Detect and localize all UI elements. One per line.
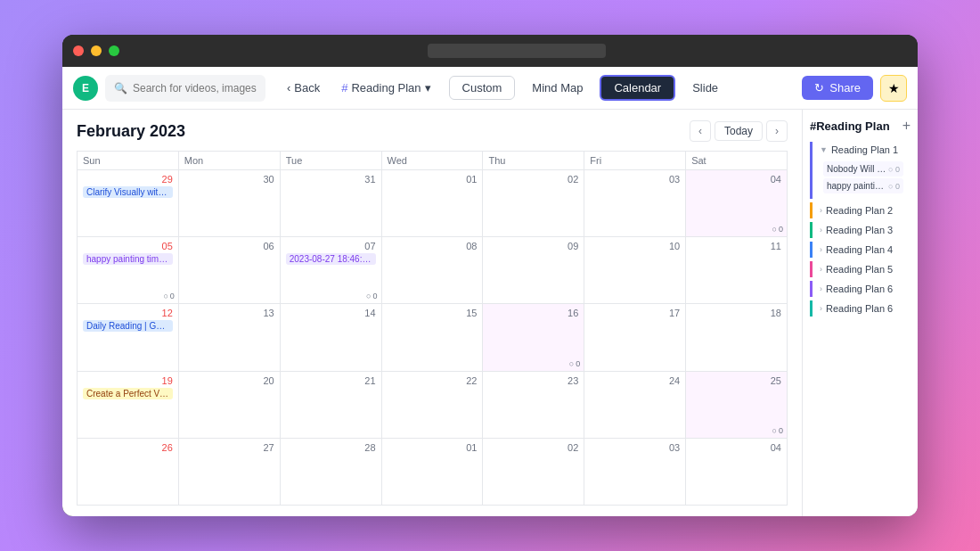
day-cell[interactable]: 09 — [483, 237, 584, 303]
dropdown-icon: ▾ — [425, 81, 431, 95]
plan-sub-item[interactable]: Nobody Will Ever For... ○ 0 — [823, 161, 903, 177]
plan-name: Reading Plan 2 — [826, 205, 907, 216]
minimize-dot[interactable] — [91, 45, 102, 56]
day-cell[interactable]: 04 ○0 — [686, 170, 788, 236]
day-cell[interactable]: 21 — [281, 372, 382, 438]
plan-header[interactable]: › Reading Plan 6 — [816, 300, 911, 317]
task-counter: ○0 — [163, 292, 174, 300]
plan-section: › Reading Plan 2 — [810, 202, 911, 218]
week-row: 19 Create a Perfect Video 20 21 22 — [78, 372, 788, 439]
day-cell[interactable]: 16 ○0 — [483, 304, 584, 370]
day-cell[interactable]: 28 — [281, 439, 382, 505]
fullscreen-dot[interactable] — [109, 45, 119, 56]
day-cell[interactable]: 22 — [382, 372, 484, 438]
day-cell[interactable]: 25 ○0 — [686, 372, 788, 438]
main-content: E 🔍 ‹ Back # Reading Plan ▾ — [62, 67, 918, 516]
plan-header[interactable]: › Reading Plan 4 — [816, 242, 911, 258]
search-input[interactable] — [133, 82, 257, 95]
event-item[interactable]: 2023-08-27 18:46:24 | Gemoo Audio — [286, 253, 376, 265]
day-number: 02 — [488, 442, 578, 453]
event-item[interactable]: Clarify Visually with Gemoo — [83, 186, 173, 198]
day-cell[interactable]: 29 Clarify Visually with Gemoo — [78, 170, 179, 236]
day-cell[interactable]: 23 — [483, 372, 584, 438]
expand-arrow-icon: › — [820, 245, 822, 254]
task-counter: ○0 — [772, 225, 783, 234]
nav-buttons: ‹ Back # Reading Plan ▾ — [280, 78, 438, 98]
day-header-tue: Tue — [281, 152, 382, 170]
plan-section: › Reading Plan 5 — [810, 261, 911, 277]
tab-slide[interactable]: Slide — [679, 76, 731, 100]
day-number: 13 — [184, 308, 274, 318]
avatar[interactable]: E — [73, 76, 98, 101]
day-cell[interactable]: 08 — [382, 237, 484, 303]
day-cell[interactable]: 20 — [179, 372, 281, 438]
event-item[interactable]: Create a Perfect Video — [83, 388, 173, 399]
day-cell[interactable]: 12 Daily Reading | Gemoo Image — [78, 304, 179, 370]
week-row: 26 27 28 01 02 — [78, 439, 788, 506]
day-cell[interactable]: 30 — [179, 170, 281, 236]
add-plan-button[interactable]: + — [902, 119, 911, 133]
day-number: 22 — [388, 375, 478, 386]
day-number: 04 — [691, 442, 781, 453]
day-cell[interactable]: 10 — [584, 237, 686, 303]
day-cell[interactable]: 27 — [179, 439, 281, 505]
day-cell[interactable]: 03 — [584, 170, 686, 236]
day-cell[interactable]: 19 Create a Perfect Video — [78, 372, 179, 438]
day-cell[interactable]: 31 — [281, 170, 382, 236]
expand-arrow-icon: › — [820, 206, 822, 215]
plan-name: Reading Plan 6 — [826, 303, 907, 314]
tab-custom[interactable]: Custom — [449, 76, 516, 100]
event-item[interactable]: happy painting time | Gemoo Image — [83, 253, 173, 265]
day-cell[interactable]: 04 — [686, 439, 788, 505]
hashtag-icon: # — [341, 81, 347, 95]
tab-mindmap[interactable]: Mind Map — [519, 76, 596, 100]
plan-header[interactable]: › Reading Plan 5 — [816, 261, 911, 277]
reading-plan-button[interactable]: # Reading Plan ▾ — [334, 78, 437, 98]
toolbar: E 🔍 ‹ Back # Reading Plan ▾ — [62, 67, 918, 110]
expand-arrow-icon: ▼ — [820, 145, 828, 154]
day-header-mon: Mon — [179, 152, 281, 170]
sub-item-count: ○ 0 — [888, 182, 900, 191]
day-cell[interactable]: 02 — [483, 170, 584, 236]
day-cell[interactable]: 14 — [281, 304, 382, 370]
plan-header[interactable]: › Reading Plan 3 — [816, 222, 911, 238]
day-number: 29 — [83, 174, 173, 185]
day-cell[interactable]: 11 — [686, 237, 788, 303]
day-number: 03 — [590, 174, 680, 185]
day-cell[interactable]: 24 — [584, 372, 686, 438]
plan-name: Reading Plan 4 — [826, 244, 907, 255]
day-cell[interactable]: 01 — [382, 170, 484, 236]
day-number: 12 — [83, 308, 173, 318]
day-cell[interactable]: 07 2023-08-27 18:46:24 | Gemoo Audio ○0 — [281, 237, 382, 303]
prev-month-button[interactable]: ‹ — [690, 120, 711, 142]
expand-arrow-icon: › — [820, 304, 822, 313]
next-month-button[interactable]: › — [766, 120, 788, 142]
day-cell[interactable]: 02 — [483, 439, 584, 505]
plan-name: Reading Plan 3 — [826, 225, 907, 235]
day-number: 26 — [83, 442, 173, 453]
day-cell[interactable]: 15 — [382, 304, 484, 370]
plan-header[interactable]: ▼ Reading Plan 1 — [816, 142, 911, 158]
plan-sub-item[interactable]: happy painting time ... ○ 0 — [823, 178, 903, 193]
day-cell[interactable]: 03 — [584, 439, 686, 505]
sub-item-text: Nobody Will Ever For... — [827, 164, 888, 174]
day-cell[interactable]: 18 — [686, 304, 788, 370]
plan-header[interactable]: › Reading Plan 2 — [816, 202, 911, 218]
day-number: 14 — [286, 308, 376, 318]
day-cell[interactable]: 17 — [584, 304, 686, 370]
day-cell[interactable]: 06 — [179, 237, 281, 303]
day-cell[interactable]: 26 — [78, 439, 179, 505]
share-button[interactable]: ↻ Share — [802, 76, 873, 100]
day-cell[interactable]: 01 — [382, 439, 484, 505]
star-button[interactable]: ★ — [880, 75, 907, 102]
day-cell[interactable]: 05 happy painting time | Gemoo Image ○0 — [78, 237, 179, 303]
day-cell[interactable]: 13 — [179, 304, 281, 370]
search-box: 🔍 — [105, 75, 265, 102]
close-dot[interactable] — [73, 45, 84, 56]
tab-calendar[interactable]: Calendar — [600, 75, 675, 101]
back-button[interactable]: ‹ Back — [280, 78, 327, 98]
day-number: 06 — [184, 241, 274, 251]
today-button[interactable]: Today — [715, 121, 763, 141]
plan-header[interactable]: › Reading Plan 6 — [816, 281, 911, 297]
event-item[interactable]: Daily Reading | Gemoo Image — [83, 320, 173, 332]
